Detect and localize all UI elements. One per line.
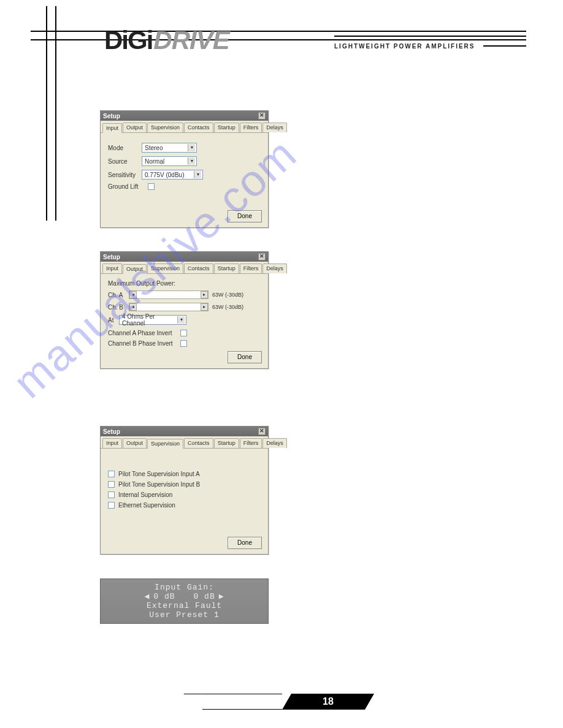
tab-startup[interactable]: Startup [214,438,239,448]
chevron-down-icon: ▾ [188,144,195,151]
chevron-down-icon: ▾ [177,316,185,324]
cha-slider[interactable]: ◂ ▸ [129,290,209,299]
mode-combobox[interactable]: Stereo ▾ [142,143,197,153]
tab-supervision[interactable]: Supervision [147,439,183,449]
source-combobox[interactable]: Normal ▾ [142,156,197,166]
mode-label: Mode [108,145,142,151]
tab-output[interactable]: Output [123,438,147,448]
arrow-left-icon[interactable]: ◂ [129,291,137,298]
sup-eth-label: Ethernet Supervision [118,502,175,509]
watermark-text: manualshive.com [4,83,563,689]
at-label: At [108,317,119,324]
chb-value: 63W (-30dB) [212,304,243,310]
dialog-title: Setup [103,428,120,435]
tab-input[interactable]: Input [102,264,122,273]
phase-b-checkbox[interactable] [180,340,187,347]
footer-decor [177,694,202,710]
sup-a-label: Pilot Tone Supervision Input A [118,471,200,477]
tab-startup[interactable]: Startup [214,264,239,273]
source-value: Normal [145,158,164,165]
phase-a-checkbox[interactable] [180,330,187,336]
chevron-down-icon: ▾ [188,157,195,165]
sup-a-checkbox[interactable] [108,471,115,477]
sensitivity-label: Sensitivity [108,172,142,178]
triangle-right-icon [215,592,224,601]
setup-dialog-supervision: Setup ✕ Input Output Supervision Contact… [100,426,269,555]
sensitivity-value: 0.775V (0dBu) [145,172,185,178]
sup-eth-checkbox[interactable] [108,502,115,509]
tab-output[interactable]: Output [123,123,147,132]
tab-delays[interactable]: Delays [262,123,287,132]
sup-b-checkbox[interactable] [108,481,115,488]
brand-logo: DiGi DRIVE [104,26,229,55]
done-button[interactable]: Done [228,537,262,549]
source-label: Source [108,158,142,165]
header-rule-right2 [483,45,526,47]
tab-supervision[interactable]: Supervision [147,264,183,273]
done-button[interactable]: Done [228,351,262,363]
mode-value: Stereo [145,145,163,151]
sensitivity-combobox[interactable]: 0.775V (0dBu) ▾ [142,170,203,180]
dialog-title: Setup [103,113,120,119]
done-button[interactable]: Done [228,210,262,222]
dialog-body: Pilot Tone Supervision Input A Pilot Ton… [101,449,268,518]
close-icon[interactable]: ✕ [258,112,266,119]
page-number: 18 [282,694,374,710]
cha-value: 63W (-30dB) [212,292,243,298]
dialog-titlebar[interactable]: Setup ✕ [101,252,268,262]
tab-delays[interactable]: Delays [262,438,287,448]
dialog-titlebar[interactable]: Setup ✕ [101,111,268,121]
margin-rule-2 [55,6,56,221]
tab-strip: Input Output Supervision Contacts Startu… [101,262,268,274]
lcd-line4: User Preset 1 [105,610,263,620]
tab-supervision[interactable]: Supervision [147,123,183,132]
sup-int-checkbox[interactable] [108,491,115,498]
tab-delays[interactable]: Delays [262,264,287,273]
tab-filters[interactable]: Filters [240,123,262,132]
tab-contacts[interactable]: Contacts [184,264,213,273]
chevron-down-icon: ▾ [194,171,201,178]
page-footer: 18 [184,694,374,710]
impedance-combobox[interactable]: 4 Ohms Per Channel ▾ [119,315,186,325]
tab-output[interactable]: Output [123,264,147,274]
page-header: DiGi DRIVE LIGHTWEIGHT POWER AMPLIFIERS [31,18,526,55]
lcd-line3: External Fault [105,601,263,610]
sup-int-label: Internal Supervision [118,491,172,498]
chb-label: Ch. B [108,304,129,311]
arrow-right-icon[interactable]: ▸ [201,291,208,298]
tab-contacts[interactable]: Contacts [184,438,213,448]
chb-slider[interactable]: ◂ ▸ [129,303,209,311]
footer-decor [202,694,282,710]
tab-filters[interactable]: Filters [240,438,262,448]
arrow-left-icon[interactable]: ◂ [129,303,137,311]
cha-label: Ch. A [108,292,129,298]
lcd-line2-right: 0 dB [194,592,215,601]
device-lcd-display: Input Gain: 0 dB 0 dB External Fault Use… [100,578,269,624]
dialog-body: Mode Stereo ▾ Source Normal ▾ Sensitivit… [101,133,268,200]
logo-wordmark-part1: DiGi [104,26,152,55]
setup-dialog-input: Setup ✕ Input Output Supervision Contact… [100,110,269,228]
phase-a-label: Channel A Phase Invert [108,330,180,336]
tab-startup[interactable]: Startup [214,123,239,132]
close-icon[interactable]: ✕ [258,428,266,435]
margin-rule-1 [46,6,47,221]
tab-strip: Input Output Supervision Contacts Startu… [101,121,268,133]
dialog-title: Setup [103,254,120,260]
header-rule-right [334,36,526,37]
lcd-line1: Input Gain: [105,583,263,592]
tab-input[interactable]: Input [102,123,122,133]
lcd-line2-left: 0 dB [153,592,175,601]
tab-filters[interactable]: Filters [240,264,262,273]
arrow-right-icon[interactable]: ▸ [201,303,208,311]
groundlift-checkbox[interactable] [148,183,155,190]
dialog-body: Maximum Output Power: Ch. A ◂ ▸ 63W (-30… [101,274,268,357]
phase-b-label: Channel B Phase Invert [108,340,180,347]
close-icon[interactable]: ✕ [258,253,266,260]
triangle-left-icon [144,592,153,601]
tab-input[interactable]: Input [102,438,122,448]
tab-contacts[interactable]: Contacts [184,123,213,132]
dialog-titlebar[interactable]: Setup ✕ [101,427,268,436]
groundlift-label: Ground Lift [108,183,148,190]
impedance-value: 4 Ohms Per Channel [122,313,177,327]
setup-dialog-output: Setup ✕ Input Output Supervision Contact… [100,251,269,369]
